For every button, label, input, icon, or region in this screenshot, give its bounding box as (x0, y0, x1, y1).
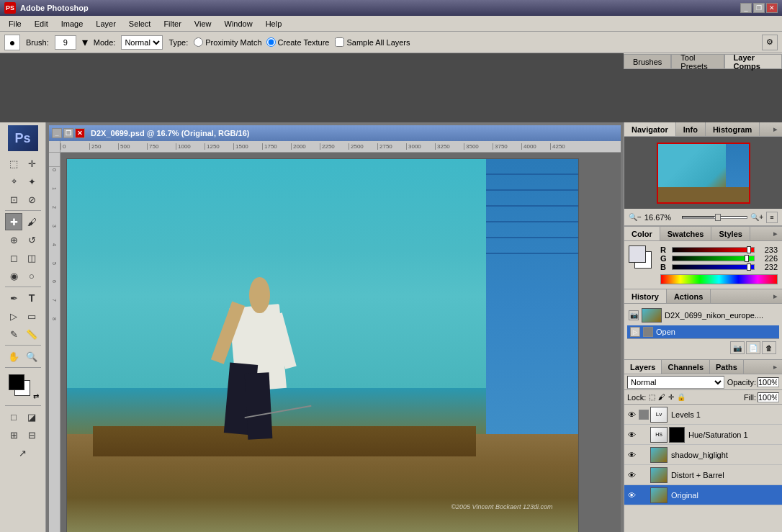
layer-visibility-shadow[interactable]: 👁 (626, 449, 637, 461)
tab-paths[interactable]: Paths (710, 360, 744, 374)
menu-select[interactable]: Select (123, 18, 157, 30)
foreground-color-box[interactable] (629, 245, 646, 263)
menu-layer[interactable]: Layer (90, 18, 122, 30)
healing-brush-tool[interactable]: ✚ (5, 213, 22, 230)
doc-minimize-button[interactable]: _ (52, 128, 62, 138)
imagemap-button[interactable]: ⊟ (23, 426, 40, 443)
layer-link-shadow[interactable] (639, 450, 649, 460)
menu-image[interactable]: Image (55, 18, 89, 30)
screen-mode-button[interactable]: ⊞ (5, 426, 22, 443)
measure-tool[interactable]: 📏 (23, 325, 40, 343)
g-slider-track[interactable] (672, 256, 755, 261)
tab-histogram[interactable]: Histogram (706, 122, 760, 136)
color-picker[interactable]: ⇄ (7, 373, 39, 400)
layer-row-shadow[interactable]: 👁 shadow_higlight (624, 445, 782, 465)
layer-mask-hue-sat[interactable] (669, 427, 685, 443)
minimize-button[interactable]: _ (740, 3, 752, 13)
tab-history[interactable]: History (624, 289, 667, 303)
options-extra-button[interactable]: ⚙ (762, 35, 778, 50)
zoom-in-icon[interactable]: 🔍+ (750, 213, 763, 221)
gradient-tool[interactable]: ◫ (23, 249, 40, 266)
zoom-tool[interactable]: 🔍 (23, 348, 40, 365)
lock-image-icon[interactable]: 🖌 (658, 393, 665, 401)
tab-info[interactable]: Info (676, 122, 706, 136)
b-slider-track[interactable] (672, 264, 755, 270)
history-item-open[interactable]: ▷ Open (627, 325, 779, 338)
move-tool[interactable]: ✛ (23, 155, 40, 172)
brush-preview[interactable]: ● (4, 35, 20, 50)
lock-transparent-icon[interactable]: ⬚ (649, 393, 655, 401)
lock-position-icon[interactable]: ✛ (668, 393, 674, 401)
rectangle-tool[interactable]: ▭ (23, 307, 40, 325)
create-texture-radio[interactable]: Create Texture (266, 37, 330, 47)
clone-stamp-tool[interactable]: ⊕ (5, 231, 22, 248)
tab-brushes[interactable]: Brushes (624, 54, 671, 68)
layer-visibility-original[interactable]: 👁 (626, 490, 637, 501)
marquee-tool[interactable]: ⬚ (5, 155, 22, 172)
menu-file[interactable]: File (3, 18, 27, 30)
brush-tool[interactable]: 🖌 (23, 213, 40, 230)
history-delete-button[interactable]: 🗑 (762, 341, 776, 354)
mode-select[interactable]: Normal (121, 35, 163, 50)
fill-input[interactable] (758, 392, 779, 402)
standard-mode-button[interactable]: □ (5, 408, 22, 425)
zoom-out-icon[interactable]: 🔍− (629, 213, 642, 221)
nav-menu-button[interactable]: ≡ (766, 212, 778, 223)
layer-visibility-distort[interactable]: 👁 (626, 469, 637, 481)
hand-tool[interactable]: ✋ (5, 348, 22, 365)
tab-swatches[interactable]: Swatches (660, 227, 712, 240)
nav-thumbnail[interactable] (657, 143, 750, 204)
layer-row-distort[interactable]: 👁 Distort + Barrel (624, 465, 782, 485)
color-swatches[interactable] (629, 245, 657, 274)
menu-filter[interactable]: Filter (158, 18, 186, 30)
layer-link-levels[interactable] (639, 410, 649, 420)
blend-mode-select[interactable]: Normal (627, 376, 724, 389)
notes-tool[interactable]: ✎ (5, 325, 22, 343)
doc-restore-button[interactable]: ❐ (63, 128, 73, 138)
r-slider-thumb[interactable] (747, 246, 751, 253)
brush-dropdown-icon[interactable]: ▾ (82, 35, 88, 49)
magic-wand-tool[interactable]: ✦ (23, 173, 40, 190)
tab-layer-comps[interactable]: Layer Comps (724, 54, 782, 68)
menu-window[interactable]: Window (219, 18, 259, 30)
type-tool[interactable]: T (23, 289, 40, 307)
tab-layers[interactable]: Layers (624, 360, 662, 374)
g-slider-thumb[interactable] (745, 255, 749, 262)
close-button[interactable]: ✕ (766, 3, 778, 13)
layer-row-original[interactable]: 👁 Original (624, 485, 782, 505)
r-slider-track[interactable] (672, 247, 755, 253)
jump-button[interactable]: ↗ (14, 444, 32, 461)
navigator-toggle[interactable]: ▸ (770, 125, 780, 135)
zoom-slider-thumb[interactable] (715, 214, 721, 221)
color-spectrum[interactable] (660, 274, 778, 284)
layer-row-hue-sat[interactable]: 👁 HS Hue/Saturation 1 (624, 425, 782, 445)
eraser-tool[interactable]: ◻ (5, 249, 22, 266)
history-snapshot-icon[interactable]: 📷 (629, 310, 639, 320)
pen-tool[interactable]: ✒ (5, 289, 22, 307)
path-select-tool[interactable]: ▷ (5, 307, 22, 325)
tab-actions[interactable]: Actions (667, 289, 711, 303)
opacity-input[interactable] (758, 377, 779, 387)
history-brush-tool[interactable]: ↺ (23, 231, 40, 248)
restore-button[interactable]: ❐ (753, 3, 765, 13)
b-slider-thumb[interactable] (747, 263, 751, 271)
foreground-color-swatch[interactable] (9, 374, 24, 390)
layer-visibility-levels[interactable]: 👁 (626, 409, 637, 420)
lock-all-icon[interactable]: 🔒 (677, 393, 686, 401)
dodge-tool[interactable]: ○ (23, 267, 40, 284)
menu-view[interactable]: View (189, 18, 217, 30)
layer-link-original[interactable] (639, 490, 649, 500)
lasso-tool[interactable]: ⌖ (5, 173, 22, 190)
crop-tool[interactable]: ⊡ (5, 191, 22, 208)
history-new-document-button[interactable]: 📄 (746, 341, 760, 354)
layer-link-hue-sat[interactable] (639, 430, 649, 440)
proximity-match-radio[interactable]: Proximity Match (194, 37, 261, 47)
layer-row-levels[interactable]: 👁 Lv Levels 1 (624, 405, 782, 425)
zoom-slider[interactable] (682, 216, 747, 219)
tab-navigator[interactable]: Navigator (624, 122, 676, 136)
blur-tool[interactable]: ◉ (5, 267, 22, 284)
tab-color[interactable]: Color (624, 227, 660, 240)
history-toggle[interactable]: ▸ (770, 292, 780, 302)
quick-mask-button[interactable]: ◪ (23, 408, 40, 425)
menu-help[interactable]: Help (260, 18, 288, 30)
